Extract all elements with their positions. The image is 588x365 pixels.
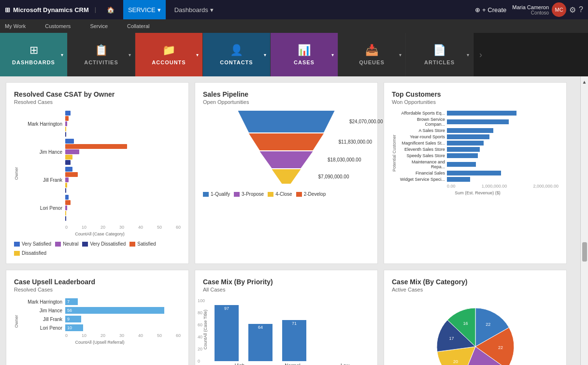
nav-service[interactable]: SERVICE ▾ [123, 0, 166, 19]
activities-label: ACTIVITIES [84, 59, 118, 65]
top-customers-axis: 0.001,000,000.002,000,000.00 [397, 184, 559, 189]
scroll-thumb[interactable] [582, 242, 587, 262]
customer-name-label: Affordable Sports Eq... [397, 111, 445, 116]
customer-bar-row: Brown Service Compan... [397, 117, 559, 127]
section-navigation: My Work Customers Service Collateral [0, 19, 588, 33]
dashboards-dropdown-icon: ▾ [210, 6, 214, 14]
csat-bar-row: Jill Frank [19, 167, 181, 193]
customer-bar-row: Affordable Sports Eq... [397, 111, 559, 116]
upsell-owner-label: Mark Harrington [19, 299, 62, 305]
csat-bar-segment [65, 172, 78, 177]
cases-arrow: ▾ [331, 52, 334, 58]
legend-satisfied: Satisfied [129, 241, 156, 247]
top-customers-inner: Potential Customer Affordable Sports Eq.… [392, 111, 559, 195]
articles-arrow: ▾ [467, 52, 469, 58]
upsell-bar: 56 [65, 307, 164, 314]
section-service[interactable]: Service [90, 23, 108, 29]
csat-bar-segment [65, 200, 71, 205]
legend-dissatisfied-color [14, 251, 20, 256]
csat-bar-segment [65, 149, 79, 154]
funnel-layer-shape [238, 111, 335, 132]
accounts-arrow: ▾ [196, 52, 199, 58]
csat-bar-segment [65, 195, 69, 200]
csat-bar-group [65, 111, 181, 137]
legend-very-dissatisfied: Very Dissatisfied [82, 241, 126, 247]
pipeline-title: Sales Pipeline [203, 90, 370, 98]
tile-cases[interactable]: 📊 CASES ▾ [271, 33, 338, 76]
funnel-layer-value: $7,090,000.00 [318, 174, 349, 179]
csat-owner-label: Jill Frank [19, 177, 62, 183]
upsell-bars: Mark Harrington7Jim Hance56Jill Frank9Lo… [19, 298, 181, 331]
funnel-layers: $24,070,000.00$11,830,000.00$18,030,000.… [238, 111, 335, 185]
section-customers[interactable]: Customers [45, 23, 71, 29]
brand-logo[interactable]: ⊞ Microsoft Dynamics CRM [5, 6, 89, 14]
tile-activities[interactable]: 📋 ACTIVITIES ▾ [68, 33, 135, 76]
contacts-label: CONTACTS [220, 59, 253, 65]
tile-accounts[interactable]: 📁 ACCOUNTS ▾ [135, 33, 203, 76]
top-nav-right: ⊕ + Create Maria Cameron Contoso MC ⚙ ? [475, 2, 583, 17]
user-company: Contoso [512, 10, 549, 15]
funnel-layer-value: $11,830,000.00 [338, 139, 372, 145]
help-icon[interactable]: ? [579, 5, 583, 14]
cases-icon: 📊 [298, 44, 311, 57]
funnel-layer-value: $24,070,000.00 [349, 119, 383, 124]
priority-xlabels: HighNormalLow [210, 363, 370, 365]
accounts-icon: 📁 [162, 44, 175, 57]
csat-bar-segment [65, 188, 66, 193]
legend-satisfied-color [129, 242, 135, 247]
legend-4-close-color [268, 192, 273, 197]
customer-name-label: Financial Sales [397, 171, 445, 175]
scrollbar[interactable]: ▲ ▼ [580, 76, 588, 365]
legend-1-qualify: 1-Qualify [203, 191, 230, 197]
upsell-yaxis: Owner [14, 302, 19, 341]
customer-bar-row: Financial Sales [397, 171, 559, 175]
upsell-inner: Owner Mark Harrington7Jim Hance56Jill Fr… [14, 298, 181, 345]
chart-resolved-csat-inner: Owner Mark HarringtonJim HanceJill Frank… [14, 111, 181, 236]
gear-icon[interactable]: ⚙ [569, 5, 576, 15]
upsell-bar-row: Jill Frank9 [19, 316, 181, 322]
legend-2-develop: 2-Develop [296, 191, 326, 197]
tile-contacts[interactable]: 👤 CONTACTS ▾ [203, 33, 271, 76]
top-customers-title: Top Customers [392, 90, 559, 98]
pie-segment-label: 16 [463, 321, 468, 326]
create-button[interactable]: ⊕ + Create [475, 6, 506, 14]
tile-dashboards[interactable]: ⊞ DASHBOARDS ▾ [0, 33, 68, 76]
legend-2-develop-label: 2-Develop [304, 191, 326, 197]
funnel-layer: $24,070,000.00 [238, 111, 335, 132]
nav-dashboards[interactable]: Dashboards ▾ [170, 0, 218, 19]
csat-x-axis: 0102030405060 [19, 225, 181, 230]
contacts-arrow: ▾ [264, 52, 266, 58]
funnel-layer: $7,090,000.00 [272, 169, 301, 184]
upsell-bar: 7 [65, 298, 78, 305]
section-collateral[interactable]: Collateral [127, 23, 149, 29]
home-icon: 🏠 [107, 6, 115, 14]
nav-separator: | [95, 6, 96, 13]
legend-4-close: 4-Close [268, 191, 292, 197]
csat-bar-segment [65, 211, 66, 216]
csat-xaxis-label: CountAll (Case Category) [19, 232, 181, 236]
customer-bar-row: Speedy Sales Store [397, 153, 559, 158]
cases-label: CASES [294, 59, 315, 65]
tile-more[interactable]: › [473, 33, 488, 76]
tile-queues[interactable]: 📥 QUEUES ▾ [338, 33, 406, 76]
legend-neutral: Neutral [55, 241, 78, 247]
tile-articles[interactable]: 📄 ARTICLES ▾ [406, 33, 473, 76]
customer-bar-row: Eleventh Sales Store [397, 147, 559, 152]
legend-very-satisfied-label: Very Satisfied [22, 241, 51, 247]
top-customers-bars-container: Affordable Sports Eq...Brown Service Com… [397, 111, 559, 195]
upsell-owner-label: Jim Hance [19, 308, 62, 313]
nav-home[interactable]: 🏠 [102, 0, 119, 19]
section-mywork[interactable]: My Work [5, 23, 26, 29]
csat-bar-segment [65, 160, 71, 165]
chart-resolved-csat: Resolved Case CSAT by Owner Resolved Cas… [6, 82, 189, 264]
avatar[interactable]: MC [552, 2, 566, 17]
top-navigation: ⊞ Microsoft Dynamics CRM | 🏠 SERVICE ▾ D… [0, 0, 588, 19]
csat-bar-segment [65, 116, 69, 121]
scroll-up-arrow[interactable]: ▲ [580, 77, 588, 87]
dashboards-icon: ⊞ [29, 44, 38, 57]
accounts-label: ACCOUNTS [152, 59, 186, 65]
csat-bar-segment [65, 127, 66, 131]
chart-case-mix-priority: Case Mix (By Priority) All Cases CountAl… [195, 270, 378, 365]
articles-label: ARTICLES [424, 59, 455, 65]
contacts-icon: 👤 [230, 44, 243, 57]
